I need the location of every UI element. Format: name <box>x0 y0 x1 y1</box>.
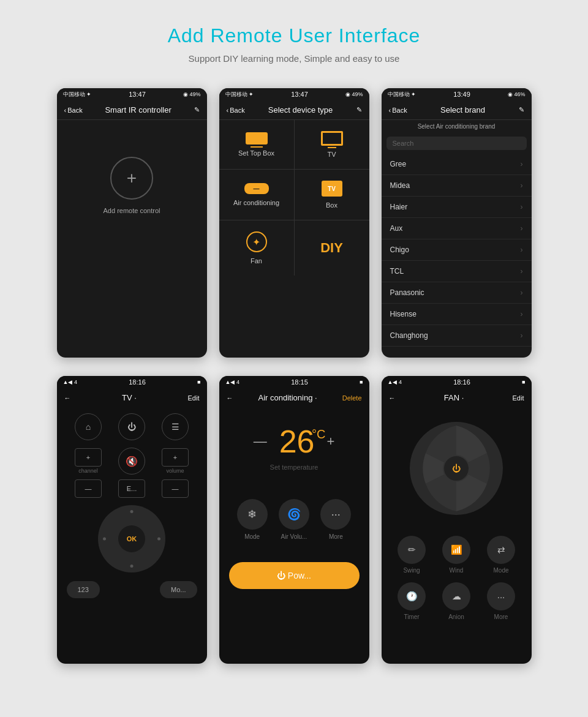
snowflake-icon: ❄ <box>237 499 268 530</box>
tv-channel-down[interactable]: — <box>75 479 102 498</box>
ac-set-temp-label: Set temperature <box>219 464 369 471</box>
back-button-4[interactable]: ← <box>64 394 71 402</box>
chevron-right-icon: › <box>521 310 523 318</box>
chevron-right-icon: › <box>521 246 523 254</box>
nav-bar-2: ‹ Back Select device type ✎ <box>219 100 369 120</box>
brand-item-tcl[interactable]: TCL › <box>382 261 532 282</box>
tv-volume-plus[interactable]: + volume <box>162 448 189 474</box>
fan-more-label: More <box>494 614 508 620</box>
back-button-1[interactable]: ‹ Back <box>64 107 83 114</box>
ac-air-volume-control[interactable]: 🌀 Air Volu... <box>279 499 309 540</box>
status-battery-1: ◉ 49% <box>183 91 201 97</box>
ac-minus-button[interactable]: — <box>254 434 267 449</box>
device-fan[interactable]: Fan <box>219 220 294 276</box>
edit-button-2[interactable]: ✎ <box>356 106 362 114</box>
nav-bar-4: ← TV · Edit <box>57 388 207 407</box>
status-carrier-1: 中国移动 ✦ <box>63 91 92 99</box>
status-time-2: 13:47 <box>291 91 308 98</box>
status-left-6: ▲◀ 4 <box>388 379 402 385</box>
device-diy[interactable]: DIY <box>295 220 369 276</box>
tv-menu-button[interactable]: ☰ <box>162 413 189 440</box>
fan-timer-control[interactable]: 🕐 Timer <box>394 582 430 620</box>
tv-123-button[interactable]: 123 <box>67 581 100 598</box>
ac-mode-control[interactable]: ❄ Mode <box>237 499 268 540</box>
edit-button-1[interactable]: ✎ <box>194 106 200 114</box>
brand-item-chigo[interactable]: Chigo › <box>382 239 532 261</box>
tv-volume-mute[interactable]: 🔇 <box>118 448 145 475</box>
brand-name: Panasonic <box>390 288 424 297</box>
tv-epg[interactable]: E... <box>118 479 145 498</box>
fan-wheel[interactable]: ⏻ <box>407 419 505 517</box>
screen-select-brand: 中国移动 ✦ 13:49 ◉ 46% ‹ Back Select brand ✎… <box>382 88 532 358</box>
fan-controls: ✏ Swing 📶 Wind ⇄ Mode 🕐 Timer <box>382 530 532 626</box>
phone-3: 中国移动 ✦ 13:49 ◉ 46% ‹ Back Select brand ✎… <box>382 88 532 358</box>
page-header: Add Remote User Interface Support DIY le… <box>0 0 588 76</box>
delete-button-5[interactable]: Delete <box>342 394 362 402</box>
nav-title-3: Select brand <box>407 105 519 114</box>
device-tv[interactable]: TV <box>295 120 369 169</box>
device-set-top-box[interactable]: Set Top Box <box>219 120 294 169</box>
fan-anion-control[interactable]: ☁ Anion <box>439 582 475 620</box>
fan-wheel-area: ⏻ <box>382 407 532 530</box>
brand-item-haier[interactable]: Haier › <box>382 197 532 218</box>
back-button-5[interactable]: ← <box>227 394 233 402</box>
brand-item-panasonic[interactable]: Panasonic › <box>382 282 532 304</box>
back-button-3[interactable]: ‹ Back <box>389 107 407 114</box>
brand-item-hisense[interactable]: Hisense › <box>382 304 532 325</box>
brand-name: Midea <box>390 181 410 190</box>
dpad-left-dot <box>103 538 106 541</box>
page-subtitle: Support DIY learning mode, Simple and ea… <box>12 53 576 64</box>
search-bar[interactable]: Search <box>386 137 527 150</box>
device-label-fan: Fan <box>251 257 262 265</box>
tv-volume-down[interactable]: — <box>162 479 189 498</box>
tv-power-button[interactable]: ⏻ <box>118 413 145 440</box>
fan-mode-label: Mode <box>493 567 508 574</box>
dpad[interactable]: OK <box>98 505 165 572</box>
ac-more-label: More <box>329 533 343 540</box>
fan-more-control[interactable]: ··· More <box>483 582 519 620</box>
tv-channel-minus[interactable]: + channel <box>75 448 102 474</box>
device-ac[interactable]: Air conditioning <box>219 170 294 220</box>
brand-item-changhong[interactable]: Changhong › <box>382 325 532 347</box>
status-battery-4: ■ <box>197 379 200 385</box>
brand-name: Changhong <box>390 331 428 340</box>
brand-item-gree[interactable]: Gree › <box>382 154 532 175</box>
status-bar-4: ▲◀ 4 18:16 ■ <box>57 376 207 388</box>
ac-power-button[interactable]: ⏻ Pow... <box>229 562 360 589</box>
tv-home-button[interactable]: ⌂ <box>75 413 102 440</box>
tv-mid-row2: — E... — <box>67 479 197 498</box>
ac-icon <box>244 183 269 194</box>
fan-mode-control[interactable]: ⇄ Mode <box>483 536 519 574</box>
tv-more-button[interactable]: Mo... <box>160 581 197 598</box>
set-top-box-icon <box>246 132 268 145</box>
dpad-ok-button[interactable]: OK <box>118 525 145 552</box>
device-box[interactable]: TV Box <box>295 170 369 220</box>
phone-1: 中国移动 ✦ 13:47 ◉ 49% ‹ Back Smart IR contr… <box>57 88 207 358</box>
fan-swing-control[interactable]: ✏ Swing <box>394 536 430 574</box>
ac-more-control[interactable]: ··· More <box>320 499 351 540</box>
nav-bar-1: ‹ Back Smart IR controller ✎ <box>57 100 207 120</box>
fan-wind-control[interactable]: 📶 Wind <box>439 536 475 574</box>
brand-item-aux[interactable]: Aux › <box>382 218 532 239</box>
device-label-tv: TV <box>327 151 336 158</box>
edit-button-6[interactable]: Edit <box>513 394 524 402</box>
device-grid: Set Top Box TV Air conditioning TV Box <box>219 120 369 276</box>
back-button-2[interactable]: ‹ Back <box>227 107 245 114</box>
add-remote-button[interactable]: + <box>110 157 153 200</box>
chevron-right-icon: › <box>521 203 523 211</box>
ac-plus-button[interactable]: + <box>326 434 334 449</box>
back-button-6[interactable]: ← <box>389 394 396 402</box>
edit-button-3[interactable]: ✎ <box>519 106 524 114</box>
status-time-4: 18:16 <box>129 378 146 386</box>
edit-button-4[interactable]: Edit <box>188 394 200 402</box>
fan-icon-2: 🌀 <box>279 499 309 530</box>
tv-mid-row: + channel 🔇 + volume <box>67 448 197 475</box>
nav-title-1: Smart IR controller <box>83 105 194 114</box>
brand-name: Aux <box>390 224 403 233</box>
ac-temperature: 26 <box>279 424 315 459</box>
device-label-ac: Air conditioning <box>233 199 279 206</box>
timer-icon: 🕐 <box>398 582 426 610</box>
chevron-right-icon: › <box>521 224 523 233</box>
brand-item-midea[interactable]: Midea › <box>382 175 532 197</box>
fan-power-button[interactable]: ⏻ <box>443 455 470 482</box>
